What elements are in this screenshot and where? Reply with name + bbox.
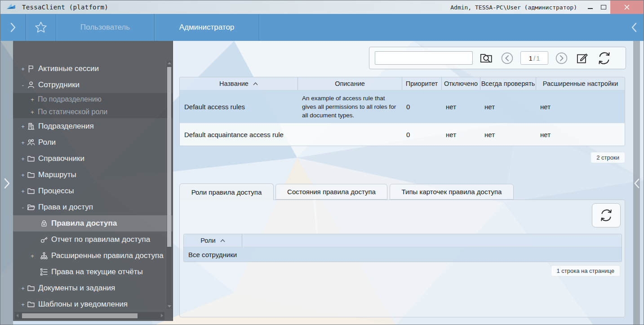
sidebar-item-label: Отчет по правилам доступа bbox=[51, 235, 150, 244]
sort-ascending-icon bbox=[253, 82, 258, 85]
sidebar-item-label: Шаблоны и уведомления bbox=[38, 300, 128, 309]
sidebar-item-references[interactable]: + Справочники bbox=[13, 151, 173, 167]
sidebar-item-label: Расширенные правила доступа bbox=[51, 251, 164, 260]
building-icon bbox=[27, 122, 36, 131]
row-count-badge: 1 строка на странице bbox=[551, 265, 620, 276]
folder-icon bbox=[27, 300, 36, 309]
workspace: + Активные сессии - Сотру bbox=[0, 41, 644, 325]
tab-rule-roles[interactable]: Роли правила доступа bbox=[179, 183, 274, 200]
flag-icon bbox=[27, 64, 36, 73]
edit-icon bbox=[575, 50, 590, 66]
column-header-roles[interactable]: Роли bbox=[184, 234, 242, 247]
folder-icon bbox=[27, 170, 36, 179]
nav-tab-admin[interactable]: Администратор bbox=[155, 14, 259, 41]
expander[interactable]: - bbox=[19, 204, 27, 211]
sidebar-item-label: Права на текущие отчёты bbox=[51, 267, 143, 276]
favorites-button[interactable] bbox=[26, 14, 56, 41]
expander[interactable]: + bbox=[19, 123, 27, 130]
sidebar-item-current-reports-rights[interactable]: Права на текущие отчёты bbox=[13, 264, 173, 280]
search-button[interactable] bbox=[479, 50, 494, 66]
sidebar-item-documents-tasks[interactable]: + Документы и задания bbox=[13, 280, 173, 296]
page-indicator: 1 / 1 bbox=[520, 51, 548, 65]
expander[interactable]: + bbox=[19, 139, 27, 146]
edit-button[interactable] bbox=[575, 50, 590, 66]
tab-rule-card-types[interactable]: Типы карточек правила доступа bbox=[390, 184, 514, 200]
sidebar-item-label: Процессы bbox=[38, 187, 74, 196]
table-row[interactable]: Default acquaintance access rule 0 нет н… bbox=[180, 123, 625, 146]
expander[interactable]: + bbox=[19, 172, 27, 178]
column-header-disabled[interactable]: Отключено bbox=[441, 77, 480, 90]
checklist-icon bbox=[40, 267, 49, 276]
people-icon bbox=[27, 138, 36, 147]
sidebar-item-roles[interactable]: + Роли bbox=[13, 134, 173, 151]
chevron-right-circle-icon bbox=[554, 51, 569, 66]
sidebar-item-active-sessions[interactable]: + Активные сессии bbox=[13, 61, 173, 77]
expander[interactable]: + bbox=[19, 301, 27, 308]
left-panel-expander[interactable] bbox=[0, 41, 13, 325]
panel-refresh-button[interactable] bbox=[592, 203, 621, 227]
folder-search-icon bbox=[479, 50, 494, 66]
table-row[interactable]: Default access rules An example of acces… bbox=[180, 90, 625, 123]
refresh-icon bbox=[596, 50, 613, 67]
next-page-button[interactable] bbox=[554, 51, 569, 66]
table-header-row: Роли bbox=[184, 234, 622, 247]
sidebar-item-label: Маршруты bbox=[38, 170, 76, 179]
expander[interactable]: + bbox=[29, 109, 36, 116]
sidebar-vertical-scrollbar[interactable] bbox=[166, 61, 172, 309]
column-header-name[interactable]: Название bbox=[180, 77, 298, 90]
titlebar: TessaClient (platform) Admin, TESSA-PC\U… bbox=[0, 0, 644, 14]
sidebar-item-access-rules[interactable]: Правила доступа bbox=[13, 215, 173, 232]
nav-tab-user[interactable]: Пользователь bbox=[56, 14, 154, 41]
row-count-badge: 2 строки bbox=[591, 152, 625, 163]
close-button[interactable] bbox=[610, 0, 644, 14]
org-chart-icon bbox=[40, 251, 49, 260]
scrollbar-thumb[interactable] bbox=[22, 313, 138, 318]
current-page: 1 bbox=[529, 54, 533, 62]
table-header-row: Название Описание Приоритет Отключено Вс… bbox=[180, 77, 625, 90]
expander[interactable]: + bbox=[29, 253, 36, 259]
column-header-description[interactable]: Описание bbox=[298, 77, 402, 90]
right-panel-expander[interactable] bbox=[633, 41, 640, 325]
column-header-extended-settings[interactable]: Расширенные настройки bbox=[536, 77, 625, 90]
chevron-left-circle-icon bbox=[500, 51, 515, 66]
sidebar-item-label: Подразделения bbox=[38, 122, 94, 131]
sidebar-item-processes[interactable]: + Процессы bbox=[13, 183, 173, 199]
sidebar-item-employees[interactable]: - Сотрудники bbox=[13, 77, 173, 93]
person-icon bbox=[27, 80, 36, 89]
expander[interactable]: - bbox=[19, 82, 27, 89]
tab-rule-states[interactable]: Состояния правила доступа bbox=[275, 184, 387, 200]
expander[interactable]: + bbox=[19, 188, 27, 195]
main-nav-bar: Пользователь Администратор bbox=[0, 14, 644, 41]
chevron-right-icon bbox=[9, 22, 17, 33]
total-pages: 1 bbox=[536, 54, 540, 62]
sidebar-item-departments[interactable]: + Подразделения bbox=[13, 118, 173, 134]
column-header-priority[interactable]: Приоритет bbox=[402, 77, 441, 90]
sidebar-item-templates-notifications[interactable]: + Шаблоны и уведомления bbox=[13, 296, 173, 312]
sidebar-item-access-rules-report[interactable]: Отчет по правилам доступа bbox=[13, 232, 173, 248]
sidebar-horizontal-scrollbar[interactable] bbox=[15, 312, 164, 320]
window-title: TessaClient (platform) bbox=[22, 4, 108, 11]
refresh-button[interactable] bbox=[596, 50, 613, 67]
sidebar-item-rights-access[interactable]: - Права и доступ bbox=[13, 199, 173, 215]
sidebar-item-extended-access-rules[interactable]: + Расширенные правила доступа bbox=[13, 248, 173, 264]
column-header-always-check[interactable]: Всегда проверять bbox=[480, 77, 536, 90]
nav-expand-button[interactable] bbox=[0, 14, 26, 41]
maximize-button[interactable] bbox=[597, 0, 610, 14]
scrollbar-thumb[interactable] bbox=[167, 67, 171, 247]
expander[interactable]: + bbox=[19, 66, 27, 72]
sidebar-item-by-static-role[interactable]: + По статической роли bbox=[13, 106, 173, 118]
expander[interactable]: + bbox=[19, 285, 27, 292]
table-row[interactable]: Все сотрудники bbox=[184, 247, 622, 262]
expander[interactable]: + bbox=[29, 96, 36, 103]
nav-collapse-button[interactable] bbox=[625, 14, 644, 41]
folder-icon bbox=[27, 187, 36, 196]
sidebar-tree: + Активные сессии - Сотру bbox=[13, 41, 173, 321]
prev-page-button[interactable] bbox=[500, 51, 515, 66]
sidebar-item-label: Сотрудники bbox=[38, 80, 80, 89]
sidebar-item-by-department[interactable]: + По подразделению bbox=[13, 93, 173, 106]
minimize-button[interactable] bbox=[583, 0, 597, 14]
sidebar-item-routes[interactable]: + Маршруты bbox=[13, 167, 173, 183]
search-input[interactable] bbox=[375, 51, 473, 65]
expander[interactable]: + bbox=[19, 156, 27, 162]
sidebar-item-label: Правила доступа bbox=[51, 219, 117, 228]
